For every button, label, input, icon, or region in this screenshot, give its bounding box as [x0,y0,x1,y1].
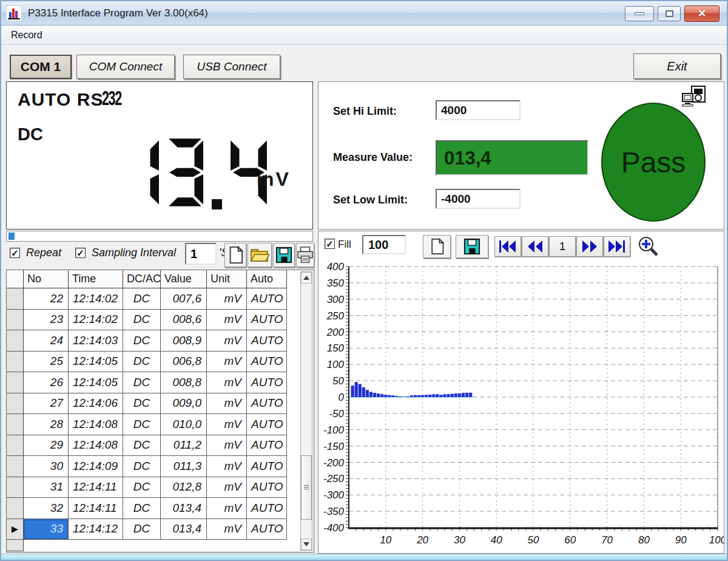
nav-next-button[interactable] [576,236,603,257]
nav-first-button[interactable] [494,236,521,257]
table-row[interactable]: 2312:14:02DC008,6mVAUTO [7,310,287,331]
table-cell[interactable]: AUTO [247,372,287,393]
table-cell[interactable]: mV [207,477,247,498]
column-header[interactable]: Time [69,270,123,288]
table-cell[interactable]: 22 [24,288,69,310]
scroll-up-button[interactable] [301,272,312,284]
table-cell[interactable]: 013,4 [161,519,207,540]
row-selector[interactable] [7,330,24,352]
table-cell[interactable]: 31 [24,477,69,498]
row-selector[interactable] [7,393,24,415]
row-selector[interactable] [7,288,24,310]
chart-new-button[interactable] [423,235,451,258]
table-row[interactable]: ▶3312:14:12DC013,4mVAUTO [7,519,287,540]
sampling-interval-checkbox[interactable]: ✓ [75,248,86,258]
chart-save-button[interactable] [456,235,488,258]
nav-prev-button[interactable] [522,236,548,257]
table-cell[interactable]: mV [207,414,247,435]
table-scrollbar[interactable] [300,271,312,551]
column-header[interactable]: No [24,270,69,288]
row-selector[interactable] [7,414,24,435]
table-cell[interactable]: AUTO [247,498,287,519]
table-cell[interactable]: 12:14:05 [69,372,123,393]
table-row[interactable]: 3212:14:11DC013,4mVAUTO [7,498,287,519]
table-cell[interactable]: mV [207,310,247,331]
hi-limit-input[interactable]: 4000 [436,100,521,120]
table-cell[interactable]: 26 [24,372,69,393]
maximize-button[interactable] [658,6,681,21]
table-cell[interactable]: mV [207,456,247,477]
table-cell[interactable]: DC [123,372,161,393]
com-connect-button[interactable]: COM Connect [76,55,175,79]
table-cell[interactable]: AUTO [247,477,287,498]
table-cell[interactable]: mV [207,393,247,415]
table-cell[interactable]: DC [123,310,161,331]
table-cell[interactable]: AUTO [247,393,287,415]
table-cell[interactable]: DC [123,498,161,519]
table-cell[interactable]: 011,3 [161,456,207,477]
table-cell[interactable]: 011,2 [161,435,207,457]
row-selector[interactable] [7,498,24,519]
table-cell[interactable]: 32 [24,498,69,519]
table-cell[interactable]: 12:14:02 [69,288,123,310]
table-cell[interactable]: 12:14:02 [69,310,123,331]
table-cell[interactable]: DC [123,393,161,415]
table-cell[interactable]: mV [207,288,247,310]
table-cell[interactable]: 27 [24,393,69,415]
table-row[interactable]: 2412:14:03DC008,9mVAUTO [7,330,287,352]
table-cell[interactable]: DC [123,330,161,352]
table-cell[interactable]: 12:14:05 [69,352,123,373]
table-cell[interactable]: mV [207,498,247,519]
table-row[interactable]: 3012:14:09DC011,3mVAUTO [7,456,287,477]
table-cell[interactable]: mV [207,435,247,457]
table-cell[interactable]: AUTO [247,456,287,477]
table-cell[interactable]: 12:14:08 [69,435,123,457]
table-cell[interactable]: DC [123,435,161,457]
table-row[interactable]: 2912:14:08DC011,2mVAUTO [7,435,287,457]
column-header[interactable]: Unit [207,270,247,288]
column-header[interactable]: Value [161,270,207,288]
table-cell[interactable]: DC [123,288,161,310]
table-cell[interactable]: mV [207,372,247,393]
table-row[interactable]: 2512:14:05DC006,8mVAUTO [7,352,287,373]
row-selector-active[interactable]: ▶ [7,519,24,540]
menu-record[interactable]: Record [5,27,49,43]
table-cell[interactable]: 006,8 [161,352,207,373]
table-row[interactable]: 2612:14:05DC008,8mVAUTO [7,372,287,393]
row-selector[interactable] [7,456,24,477]
row-selector[interactable] [7,372,24,393]
table-cell[interactable]: mV [207,352,247,373]
table-cell[interactable]: AUTO [247,310,287,331]
low-limit-input[interactable]: -4000 [436,189,521,209]
table-cell[interactable]: 12:14:08 [69,414,123,435]
title-bar[interactable]: P3315 Interface Program Ver 3.00(x64) ✕ [1,1,728,25]
close-button[interactable]: ✕ [684,5,720,22]
row-selector[interactable] [7,477,24,498]
table-cell[interactable]: AUTO [247,352,287,373]
table-cell[interactable]: mV [207,519,247,540]
column-header[interactable]: Auto [247,270,287,288]
table-cell[interactable]: 29 [24,435,69,457]
table-row[interactable]: 3112:14:11DC012,8mVAUTO [7,477,287,498]
table-cell[interactable]: 008,9 [161,330,207,352]
fill-count-input[interactable]: 100 [362,235,406,254]
table-cell[interactable]: AUTO [247,435,287,457]
repeat-checkbox[interactable]: ✓ [10,248,20,258]
table-cell[interactable]: DC [123,414,161,435]
table-cell[interactable]: 30 [24,456,69,477]
scrollbar-thumb[interactable] [301,455,312,519]
table-cell[interactable]: 28 [24,414,69,435]
table-cell[interactable]: 012,8 [161,477,207,498]
table-row[interactable]: 2212:14:02DC007,6mVAUTO [7,288,287,310]
table-cell[interactable]: DC [123,477,161,498]
row-selector[interactable] [7,310,24,331]
table-cell[interactable]: 12:14:09 [69,456,123,477]
table-cell[interactable]: AUTO [247,519,287,540]
pc-link-icon[interactable] [681,86,708,110]
table-cell[interactable]: DC [123,456,161,477]
table-cell[interactable]: 007,6 [161,288,207,310]
table-cell[interactable]: 010,0 [161,414,207,435]
table-cell[interactable]: 24 [24,330,69,352]
table-cell[interactable]: 25 [24,352,69,373]
table-cell[interactable]: 009,0 [161,393,207,415]
